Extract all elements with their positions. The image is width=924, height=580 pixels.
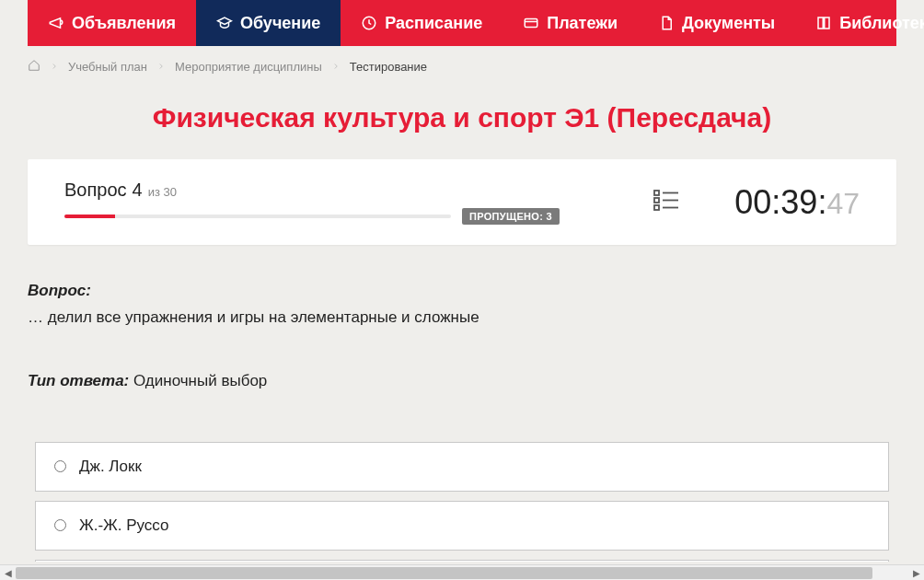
nav-schedule[interactable]: Расписание [341,0,502,46]
breadcrumb-item[interactable]: Мероприятие дисциплины [175,60,322,74]
question-text: … делил все упражнения и игры на элемент… [28,306,896,330]
nav-payments[interactable]: Платежи [502,0,638,46]
scroll-right-arrow[interactable]: ▶ [908,565,924,581]
home-icon[interactable] [28,59,40,75]
nav-item-label: Платежи [547,14,618,33]
timer: 00:39:47 [734,183,860,222]
breadcrumb-item[interactable]: Учебный план [68,60,147,74]
document-icon [658,15,675,31]
progress-bar [64,215,451,218]
answer-option[interactable]: И.Г. Песталоцци [35,560,889,563]
skipped-badge: ПРОПУЩЕНО: 3 [462,208,560,225]
answer-radio[interactable] [54,460,66,472]
nav-library[interactable]: Библиотека [795,0,924,46]
nav-item-label: Объявления [72,14,176,33]
question-counter: Вопрос 4 из 30 [64,180,617,201]
chevron-right-icon [50,60,59,74]
question-label: Вопрос: [28,282,896,300]
horizontal-scrollbar[interactable]: ◀ ▶ [0,564,924,580]
card-icon [523,15,539,31]
nav-education[interactable]: Обучение [196,0,341,46]
svg-rect-6 [654,205,659,210]
page-title: Физическая культура и спорт Э1 (Пересдач… [28,102,896,133]
answer-options: Дж. Локк Ж.-Ж. Руссо И.Г. Песталоцци [28,442,896,563]
svg-rect-1 [525,19,537,28]
answer-option[interactable]: Ж.-Ж. Руссо [35,501,889,551]
answer-radio[interactable] [54,519,66,531]
progress-fill [64,215,115,218]
nav-item-label: Библиотека [839,14,924,33]
clock-icon [361,15,377,31]
nav-documents[interactable]: Документы [638,0,795,46]
question-list-button[interactable] [653,189,679,216]
scroll-thumb[interactable] [16,567,872,579]
answer-option[interactable]: Дж. Локк [35,442,889,492]
nav-announcements[interactable]: Объявления [28,0,196,46]
breadcrumb-current: Тестирование [350,60,427,74]
megaphone-icon [48,15,64,31]
book-icon [815,15,832,31]
chevron-right-icon [331,60,341,74]
scroll-track[interactable] [16,565,908,580]
graduation-icon [216,15,233,31]
answer-option-text: Ж.-Ж. Руссо [79,516,169,535]
nav-item-label: Расписание [385,14,482,33]
chevron-right-icon [156,60,166,74]
status-card: Вопрос 4 из 30 ПРОПУЩЕНО: 3 00:3 [28,159,896,245]
svg-rect-4 [654,198,659,203]
main-nav: Объявления Обучение Расписание Платежи Д… [28,0,896,46]
answer-type: Тип ответа: Одиночный выбор [28,372,896,390]
nav-item-label: Обучение [240,14,320,33]
answer-option-text: Дж. Локк [79,458,142,476]
scroll-left-arrow[interactable]: ◀ [0,565,16,581]
svg-rect-2 [654,191,659,195]
breadcrumb: Учебный план Мероприятие дисциплины Тест… [0,46,924,84]
nav-item-label: Документы [682,14,775,33]
